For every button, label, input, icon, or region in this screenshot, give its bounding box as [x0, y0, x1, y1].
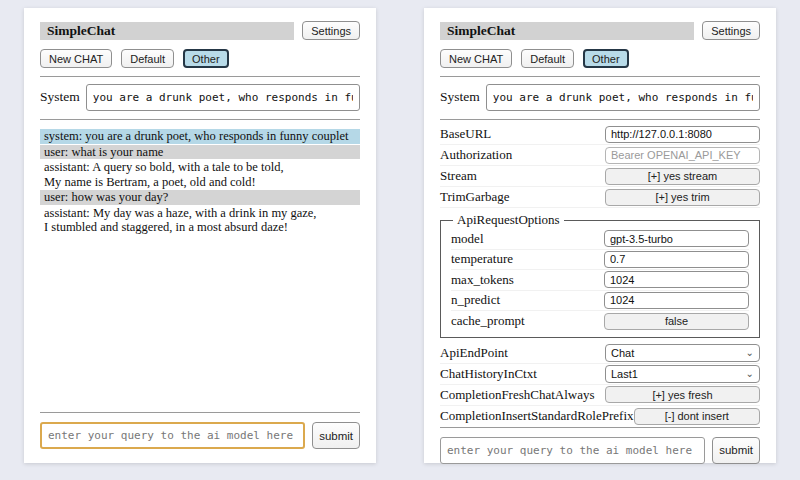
model-label: model: [451, 231, 484, 247]
n-predict-label: n_predict: [451, 292, 500, 308]
system-prompt-label: System: [440, 84, 480, 105]
system-prompt-input[interactable]: [86, 84, 360, 111]
chat-log: system: you are a drunk poet, who respon…: [40, 129, 360, 236]
session-other-button[interactable]: Other: [183, 49, 229, 68]
divider: [440, 119, 760, 120]
chat-panel: SimpleChat Settings New CHAT Default Oth…: [24, 8, 376, 463]
chat-history-selected-value: Last1: [611, 368, 638, 380]
max-tokens-label: max_tokens: [451, 272, 514, 288]
baseurl-input[interactable]: [605, 126, 760, 143]
query-input[interactable]: [40, 422, 305, 449]
session-new-chat-button[interactable]: New CHAT: [40, 49, 112, 68]
setting-row-trimgarbage: TrimGarbage [+] yes trim: [440, 187, 760, 208]
chevron-down-icon: ⌄: [746, 349, 754, 357]
session-default-button[interactable]: Default: [121, 49, 174, 68]
divider: [40, 119, 360, 120]
api-request-options-legend: ApiRequestOptions: [453, 212, 564, 228]
setting-row-api-endpoint: ApiEndPoint Chat ⌄: [440, 343, 760, 364]
system-prompt-input[interactable]: [486, 84, 760, 111]
divider: [40, 76, 360, 77]
session-tabs: New CHAT Default Other: [40, 49, 360, 68]
setting-row-cache-prompt: cache_prompt false: [451, 311, 749, 332]
completion-fresh-label: CompletionFreshChatAlways: [440, 387, 595, 403]
api-endpoint-selected-value: Chat: [611, 347, 634, 359]
settings-panel: SimpleChat Settings New CHAT Default Oth…: [424, 8, 776, 463]
system-prompt-label: System: [40, 84, 80, 105]
setting-row-n-predict: n_predict: [451, 291, 749, 312]
app-title: SimpleChat: [40, 22, 294, 40]
chat-message-user: user: what is your name: [40, 145, 360, 160]
query-area: submit: [24, 412, 376, 463]
cache-prompt-toggle-button[interactable]: false: [604, 313, 749, 330]
titlebar: SimpleChat Settings: [40, 21, 360, 40]
query-input[interactable]: [440, 437, 705, 464]
max-tokens-input[interactable]: [604, 271, 749, 288]
authorization-label: Authorization: [440, 147, 512, 163]
chat-history-select[interactable]: Last1 ⌄: [605, 365, 760, 383]
authorization-input[interactable]: [605, 147, 760, 164]
submit-button[interactable]: submit: [312, 422, 360, 449]
setting-row-baseurl: BaseURL: [440, 124, 760, 145]
chat-message-user: user: how was your day?: [40, 190, 360, 205]
session-other-button[interactable]: Other: [583, 49, 629, 68]
setting-row-max-tokens: max_tokens: [451, 270, 749, 291]
system-prompt-row: System: [440, 84, 760, 111]
divider: [40, 412, 360, 413]
baseurl-label: BaseURL: [440, 126, 491, 142]
titlebar: SimpleChat Settings: [440, 21, 760, 40]
api-request-options-fieldset: ApiRequestOptions model temperature max_…: [440, 212, 760, 338]
setting-row-model: model: [451, 229, 749, 250]
chevron-down-icon: ⌄: [746, 370, 754, 378]
api-endpoint-select[interactable]: Chat ⌄: [605, 344, 760, 362]
setting-row-temperature: temperature: [451, 250, 749, 271]
trim-garbage-label: TrimGarbage: [440, 189, 510, 205]
system-prompt-row: System: [40, 84, 360, 111]
divider: [440, 427, 760, 428]
stream-label: Stream: [440, 168, 477, 184]
setting-row-completion-fresh: CompletionFreshChatAlways [+] yes fresh: [440, 385, 760, 406]
session-new-chat-button[interactable]: New CHAT: [440, 49, 512, 68]
setting-row-stream: Stream [+] yes stream: [440, 166, 760, 187]
role-prefix-label: CompletionInsertStandardRolePrefix: [440, 408, 634, 424]
settings-button[interactable]: Settings: [302, 21, 360, 40]
settings-list: BaseURL Authorization Stream [+] yes str…: [440, 124, 760, 427]
settings-button[interactable]: Settings: [702, 21, 760, 40]
trim-garbage-toggle-button[interactable]: [+] yes trim: [605, 189, 760, 206]
session-default-button[interactable]: Default: [521, 49, 574, 68]
setting-row-role-prefix: CompletionInsertStandardRolePrefix [-] d…: [440, 406, 760, 427]
stream-toggle-button[interactable]: [+] yes stream: [605, 168, 760, 185]
model-input[interactable]: [604, 230, 749, 247]
n-predict-input[interactable]: [604, 292, 749, 309]
setting-row-chat-history: ChatHistoryInCtxt Last1 ⌄: [440, 364, 760, 385]
chat-history-label: ChatHistoryInCtxt: [440, 366, 537, 382]
chat-message-assistant: assistant: A query so bold, with a tale …: [40, 160, 360, 189]
submit-button[interactable]: submit: [712, 437, 760, 464]
chat-message-system: system: you are a drunk poet, who respon…: [40, 129, 360, 144]
temperature-label: temperature: [451, 251, 513, 267]
api-endpoint-label: ApiEndPoint: [440, 345, 508, 361]
divider: [440, 76, 760, 77]
session-tabs: New CHAT Default Other: [440, 49, 760, 68]
temperature-input[interactable]: [604, 251, 749, 268]
cache-prompt-label: cache_prompt: [451, 313, 525, 329]
setting-row-authorization: Authorization: [440, 145, 760, 166]
role-prefix-toggle-button[interactable]: [-] dont insert: [634, 408, 760, 425]
query-area: submit: [424, 427, 776, 478]
app-title: SimpleChat: [440, 22, 694, 40]
completion-fresh-toggle-button[interactable]: [+] yes fresh: [605, 386, 760, 403]
chat-message-assistant: assistant: My day was a haze, with a dri…: [40, 206, 360, 235]
